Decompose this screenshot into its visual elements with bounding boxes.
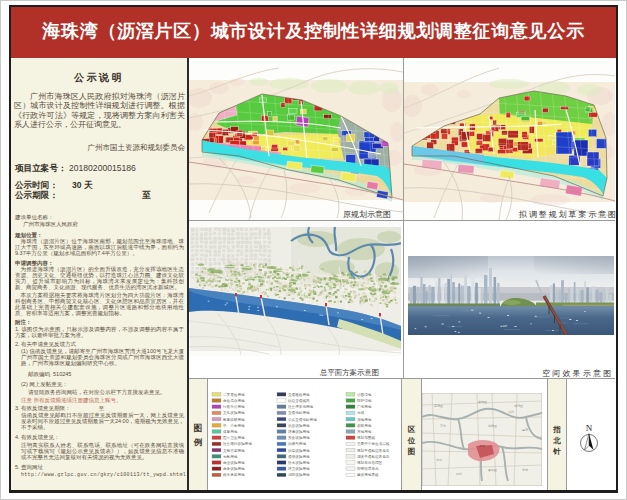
svg-text:社会福利设施用地: 社会福利设施用地 xyxy=(223,441,252,446)
svg-text:员村: 员村 xyxy=(508,410,514,414)
svg-text:天河区: 天河区 xyxy=(514,404,523,408)
svg-text:排水设施用地: 排水设施用地 xyxy=(288,460,310,465)
svg-text:文物古迹用地: 文物古迹用地 xyxy=(223,448,245,453)
svg-text:供应设施用地: 供应设施用地 xyxy=(288,423,310,428)
svg-text:行政办公用地: 行政办公用地 xyxy=(223,404,245,409)
svg-text:安全设施用地: 安全设施用地 xyxy=(288,435,310,440)
svg-text:建设用地界线: 建设用地界线 xyxy=(356,472,379,477)
svg-text:钟村: 钟村 xyxy=(455,472,462,476)
svg-text:文化设施用地: 文化设施用地 xyxy=(223,410,245,415)
svg-text:二类居住用地: 二类居住用地 xyxy=(223,393,245,397)
svg-text:芳村: 芳村 xyxy=(440,424,446,428)
svg-text:社会停车场用地: 社会停车场用地 xyxy=(288,404,314,409)
svg-text:番禺区: 番禺区 xyxy=(488,468,497,472)
svg-text:沥滘: 沥滘 xyxy=(479,444,485,448)
svg-text:海珠区: 海珠区 xyxy=(488,424,497,428)
svg-text:环境设施用地: 环境设施用地 xyxy=(288,429,310,434)
svg-text:消防设施用地: 消防设施用地 xyxy=(288,472,310,477)
svg-text:商务设施用地: 商务设施用地 xyxy=(223,466,245,471)
svg-text:化龙: 化龙 xyxy=(522,468,528,472)
svg-text:大石: 大石 xyxy=(436,458,442,462)
svg-text:湿地用地: 湿地用地 xyxy=(357,417,372,422)
svg-text:通信设施用地: 通信设施用地 xyxy=(288,454,310,459)
svg-text:体育用地: 体育用地 xyxy=(223,429,238,434)
svg-text:公园绿地: 公园绿地 xyxy=(357,393,372,397)
svg-text:N: N xyxy=(586,423,593,433)
svg-text:商业设施用地: 商业设施用地 xyxy=(223,460,245,465)
svg-text:规划单元管理区: 规划单元管理区 xyxy=(357,460,383,465)
svg-text:防护绿地: 防护绿地 xyxy=(357,398,372,403)
svg-text:广场用地: 广场用地 xyxy=(357,404,372,409)
svg-text:水域: 水域 xyxy=(357,411,365,415)
svg-text:娱乐康体用地: 娱乐康体用地 xyxy=(223,472,245,477)
svg-text:医疗卫生用地: 医疗卫生用地 xyxy=(223,435,245,440)
svg-text:农林用地: 农林用地 xyxy=(357,423,372,428)
svg-text:规划范围线: 规划范围线 xyxy=(357,435,375,440)
svg-text:供燃气用地: 供燃气用地 xyxy=(288,441,306,446)
svg-text:规划不通航道路走向: 规划不通航道路走向 xyxy=(357,448,390,453)
svg-text:宗教用地: 宗教用地 xyxy=(223,454,238,459)
svg-text:其他用地: 其他用地 xyxy=(357,430,372,434)
svg-text:教育科研用地: 教育科研用地 xyxy=(223,417,245,422)
svg-text:中、小学用地: 中、小学用地 xyxy=(223,423,245,428)
svg-text:荔湾区: 荔湾区 xyxy=(434,404,443,408)
svg-text:公共交通场站用地: 公共交通场站用地 xyxy=(288,417,317,422)
svg-text:商住混合用地: 商住混合用地 xyxy=(223,398,245,403)
svg-text:主要中小学生活岸线: 主要中小学生活岸线 xyxy=(357,441,390,446)
svg-text:琶洲: 琶洲 xyxy=(522,428,528,432)
svg-text:控规管理单元: 控规管理单元 xyxy=(357,466,379,471)
svg-text:越秀区: 越秀区 xyxy=(478,400,487,404)
svg-text:轨道交通线路: 轨道交通线路 xyxy=(287,398,310,403)
svg-text:供电设施用地: 供电设施用地 xyxy=(288,448,310,453)
svg-text:交通场站用地: 交通场站用地 xyxy=(288,410,310,415)
svg-text:现状不通航道路走向: 现状不通航道路走向 xyxy=(357,454,390,459)
svg-text:环卫设施用地: 环卫设施用地 xyxy=(288,466,310,471)
svg-text:交通枢纽用地: 交通枢纽用地 xyxy=(288,392,310,397)
